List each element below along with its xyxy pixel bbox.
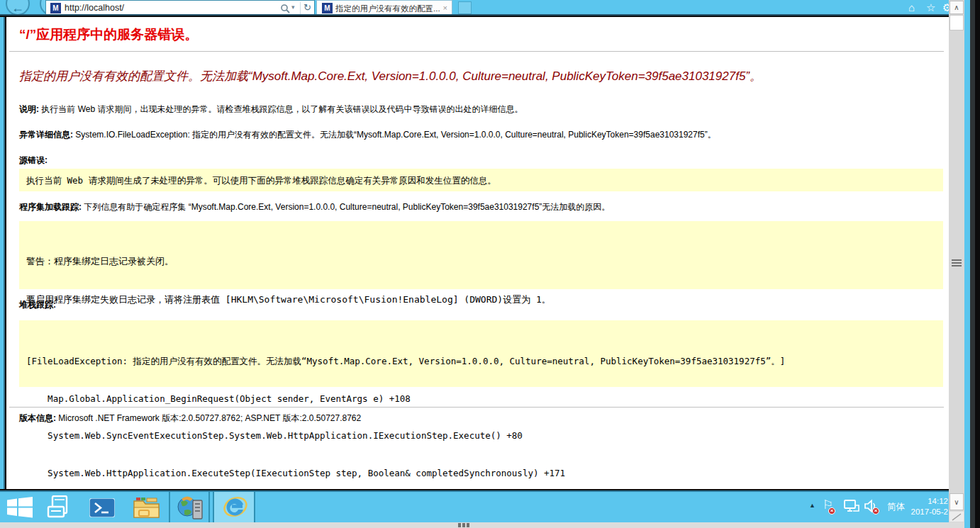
desktop-edge-dark (975, 0, 980, 528)
window-border-left (0, 17, 5, 489)
address-bar[interactable]: M http://localhost/ ▾ ↻ (45, 0, 315, 16)
exception-row: 异常详细信息: System.IO.FileLoadException: 指定的… (19, 129, 716, 141)
search-dropdown-caret[interactable]: ▾ (291, 4, 295, 11)
powershell-icon (89, 498, 115, 517)
file-explorer-button[interactable] (133, 496, 160, 519)
desktop-edge (970, 0, 975, 528)
version-row: 版本信息: Microsoft .NET Framework 版本:2.0.50… (19, 412, 361, 425)
tray-clock[interactable]: 14:12 2017-05-2 (907, 496, 948, 517)
divider (9, 51, 944, 52)
scroll-down-button[interactable]: ∨ (950, 493, 964, 510)
file-explorer-icon (133, 496, 160, 519)
refresh-icon[interactable]: ↻ (304, 2, 311, 13)
horizontal-scrollbar[interactable] (0, 522, 964, 528)
scrollbar-corner (950, 512, 964, 522)
server-manager-button[interactable] (44, 495, 72, 519)
taskbar: ▲ ⚐ × × 简体 14:12 2017-05-2 (0, 490, 949, 522)
hscroll-grip[interactable] (462, 523, 465, 527)
search-icon[interactable] (280, 4, 290, 13)
globe-server-icon (177, 495, 204, 520)
powershell-button[interactable] (89, 498, 115, 517)
error-message-heading: 指定的用户没有有效的配置文件。无法加载“Mysoft.Map.Core.Ext,… (19, 68, 762, 84)
description-label: 说明: (19, 104, 39, 114)
site-favicon: M (50, 3, 61, 13)
chevron-up-icon: ∧ (954, 4, 959, 11)
stack-line: [FileLoadException: 指定的用户没有有效的配置文件。无法加载“… (26, 355, 943, 368)
volume-muted-badge: × (872, 507, 879, 515)
ime-indicator[interactable]: 简体 (887, 501, 905, 513)
new-tab-button[interactable] (458, 1, 472, 14)
source-error-box: 执行当前 Web 请求期间生成了未处理的异常。可以使用下面的异常堆栈跟踪信息确定… (19, 169, 943, 191)
source-error-label: 源错误: (19, 155, 48, 165)
scrollbar-thumb[interactable] (950, 15, 964, 30)
tab-title: 指定的用户没有有效的配置... (335, 4, 440, 14)
favorites-star-icon[interactable]: ☆ (926, 1, 935, 14)
deployment-app-button[interactable] (169, 492, 210, 522)
vertical-scrollbar[interactable]: ∧ ∨ (949, 0, 964, 522)
error-page: “/”应用程序中的服务器错误。 指定的用户没有有效的配置文件。无法加载“Myso… (6, 17, 949, 489)
version-text: Microsoft .NET Framework 版本:2.0.50727.87… (56, 413, 361, 423)
browser-tab[interactable]: M 指定的用户没有有效的配置... × (316, 0, 452, 16)
assembly-trace-label: 程序集加载跟踪: (19, 202, 82, 212)
tab-favicon: M (322, 3, 333, 13)
back-icon: ← (11, 1, 24, 15)
url-text[interactable]: http://localhost/ (65, 3, 124, 13)
warning-box: 警告：程序集绑定日志记录被关闭。 要启用程序集绑定失败日志记录，请将注册表值 [… (19, 221, 943, 289)
scroll-up-button[interactable]: ∧ (950, 1, 964, 14)
warning-line: 要启用程序集绑定失败日志记录，请将注册表值 [HKLM\Software\Mic… (26, 293, 943, 306)
screen: ← → M http://localhost/ ▾ ↻ M 指定的用户没有有效的… (0, 0, 980, 528)
stack-trace-label: 堆栈跟踪: (19, 300, 56, 310)
back-button[interactable]: ← (6, 0, 30, 16)
start-button[interactable] (7, 497, 33, 518)
description-text: 执行当前 Web 请求期间，出现未处理的异常。请检查堆栈跟踪信息，以了解有关该错… (39, 104, 523, 114)
browser-chrome: ← → M http://localhost/ ▾ ↻ M 指定的用户没有有效的… (0, 0, 949, 16)
address-separator (300, 2, 301, 14)
server-manager-icon (44, 495, 72, 519)
internet-explorer-icon (223, 495, 247, 519)
stack-line: System.Web.SyncEventExecutionStep.System… (26, 429, 943, 442)
internet-explorer-button[interactable] (213, 492, 255, 522)
assembly-trace-text: 下列信息有助于确定程序集 “Mysoft.Map.Core.Ext, Versi… (82, 202, 610, 212)
scrollbar-grip[interactable] (952, 258, 962, 266)
hscroll-grip[interactable] (467, 523, 469, 527)
assembly-trace-row: 程序集加载跟踪: 下列信息有助于确定程序集 “Mysoft.Map.Core.E… (19, 201, 610, 213)
exception-text: System.IO.FileLoadException: 指定的用户没有有效的配… (73, 130, 716, 140)
source-error-box-text: 执行当前 Web 请求期间生成了未处理的异常。可以使用下面的异常堆栈跟踪信息确定… (19, 169, 943, 187)
home-icon[interactable]: ⌂ (908, 1, 915, 13)
chevron-down-icon: ∨ (954, 498, 959, 506)
tab-close-icon[interactable]: × (443, 4, 447, 12)
stack-line: System.Web.HttpApplication.ExecuteStep(I… (26, 467, 943, 480)
stack-trace-row: 堆栈跟踪: (19, 299, 56, 311)
exception-label: 异常详细信息: (19, 130, 73, 140)
network-icon[interactable] (844, 500, 859, 512)
stack-line: Map.Global.Application_BeginRequest(Obje… (26, 393, 943, 405)
flag-error-badge: × (828, 507, 835, 515)
warning-line: 警告：程序集绑定日志记录被关闭。 (26, 255, 943, 268)
hscroll-grip[interactable] (458, 523, 461, 527)
tray-date: 2017-05-2 (907, 507, 948, 517)
tray-time: 14:12 (907, 496, 948, 507)
divider (9, 407, 944, 408)
window-border-right (964, 0, 970, 528)
version-label: 版本信息: (19, 413, 56, 423)
source-error-row: 源错误: (19, 155, 48, 167)
tray-expand-icon[interactable]: ▲ (809, 502, 815, 509)
resize-grip-icon (950, 512, 964, 522)
tools-gear-icon[interactable]: ⚙ (942, 1, 949, 14)
stack-trace-box: [FileLoadException: 指定的用户没有有效的配置文件。无法加载“… (19, 320, 943, 387)
description-row: 说明: 执行当前 Web 请求期间，出现未处理的异常。请检查堆栈跟踪信息，以了解… (19, 103, 523, 116)
windows-logo-icon (7, 497, 33, 518)
page-title: “/”应用程序中的服务器错误。 (19, 26, 198, 44)
